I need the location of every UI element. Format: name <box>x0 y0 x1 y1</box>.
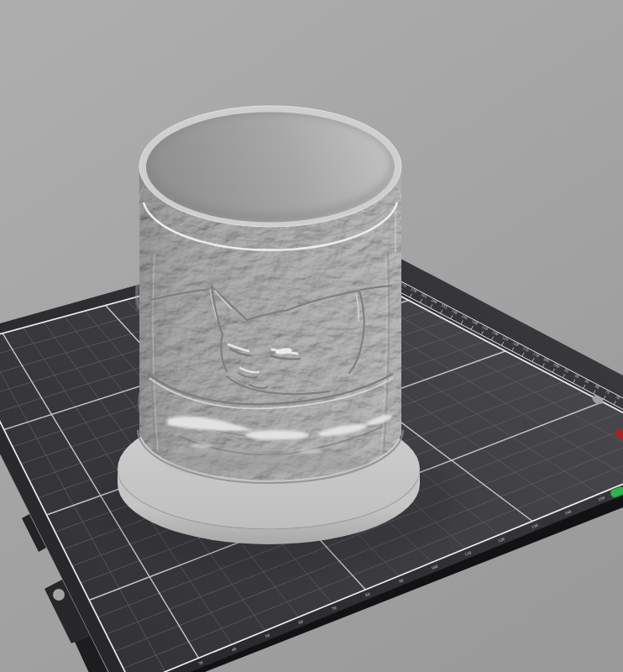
slicer-3d-viewport[interactable]: 2152102052001951901851801751701651601551… <box>0 0 623 672</box>
viewport-canvas[interactable]: 2152102052001951901851801751701651601551… <box>0 0 623 672</box>
bed-tab-notch <box>53 589 65 601</box>
relief-lower-shading <box>168 450 369 474</box>
